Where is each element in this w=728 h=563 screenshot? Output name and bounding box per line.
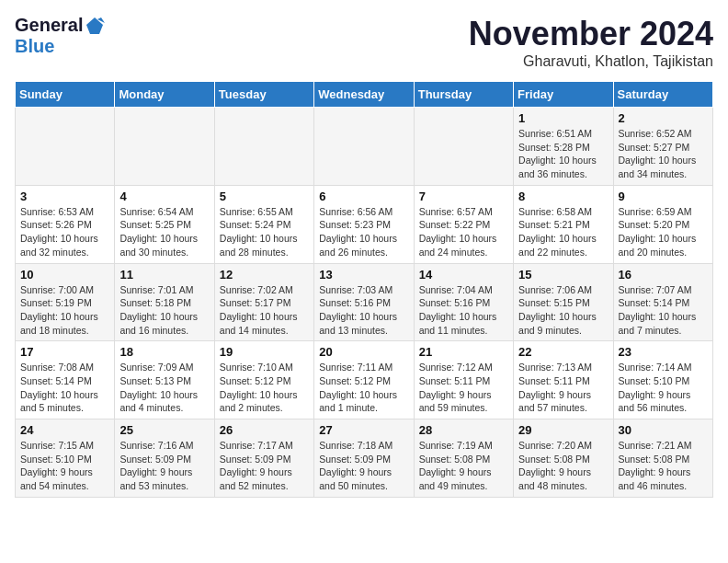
cell-info: Sunrise: 6:58 AMSunset: 5:21 PMDaylight:…: [518, 205, 608, 259]
day-number: 20: [319, 345, 408, 359]
header-day-friday: Friday: [514, 82, 613, 108]
day-number: 27: [319, 423, 408, 437]
day-number: 13: [319, 268, 408, 282]
calendar-cell: 10Sunrise: 7:00 AMSunset: 5:19 PMDayligh…: [16, 263, 115, 341]
calendar-table: SundayMondayTuesdayWednesdayThursdayFrid…: [15, 81, 713, 498]
day-number: 18: [119, 345, 209, 359]
calendar-cell: [414, 108, 513, 186]
calendar-cell: 17Sunrise: 7:08 AMSunset: 5:14 PMDayligh…: [16, 341, 115, 419]
cell-info: Sunrise: 7:19 AMSunset: 5:08 PMDaylight:…: [419, 439, 508, 493]
calendar-header-row: SundayMondayTuesdayWednesdayThursdayFrid…: [16, 82, 713, 108]
cell-info: Sunrise: 7:06 AMSunset: 5:15 PMDaylight:…: [518, 283, 608, 338]
cell-info: Sunrise: 7:01 AMSunset: 5:18 PMDaylight:…: [119, 283, 209, 338]
calendar-cell: 8Sunrise: 6:58 AMSunset: 5:21 PMDaylight…: [514, 185, 613, 263]
calendar-cell: 23Sunrise: 7:14 AMSunset: 5:10 PMDayligh…: [613, 341, 712, 419]
day-number: 28: [419, 423, 508, 437]
location-title: Gharavuti, Khatlon, Tajikistan: [469, 53, 713, 70]
calendar-week-row: 17Sunrise: 7:08 AMSunset: 5:14 PMDayligh…: [16, 341, 713, 419]
day-number: 16: [619, 268, 708, 282]
header: General Blue November 2024 Gharavuti, Kh…: [15, 15, 713, 70]
cell-info: Sunrise: 6:59 AMSunset: 5:20 PMDaylight:…: [619, 205, 708, 259]
day-number: 19: [220, 345, 309, 359]
calendar-cell: 29Sunrise: 7:20 AMSunset: 5:08 PMDayligh…: [514, 419, 613, 498]
calendar-cell: 21Sunrise: 7:12 AMSunset: 5:11 PMDayligh…: [414, 341, 513, 419]
calendar-cell: 6Sunrise: 6:56 AMSunset: 5:23 PMDaylight…: [314, 185, 414, 263]
day-number: 8: [518, 190, 608, 203]
logo-general-text: General: [15, 15, 83, 36]
cell-info: Sunrise: 6:54 AMSunset: 5:25 PMDaylight:…: [119, 205, 209, 259]
cell-info: Sunrise: 7:17 AMSunset: 5:09 PMDaylight:…: [220, 439, 309, 493]
day-number: 7: [419, 190, 508, 203]
calendar-cell: 9Sunrise: 6:59 AMSunset: 5:20 PMDaylight…: [613, 185, 712, 263]
calendar-cell: 28Sunrise: 7:19 AMSunset: 5:08 PMDayligh…: [414, 419, 513, 498]
calendar-cell: 18Sunrise: 7:09 AMSunset: 5:13 PMDayligh…: [115, 341, 214, 419]
cell-info: Sunrise: 7:08 AMSunset: 5:14 PMDaylight:…: [20, 361, 109, 415]
calendar-week-row: 1Sunrise: 6:51 AMSunset: 5:28 PMDaylight…: [16, 108, 713, 186]
cell-info: Sunrise: 7:11 AMSunset: 5:12 PMDaylight:…: [319, 361, 408, 415]
calendar-cell: [115, 108, 214, 186]
calendar-cell: 25Sunrise: 7:16 AMSunset: 5:09 PMDayligh…: [115, 419, 214, 498]
calendar-cell: 11Sunrise: 7:01 AMSunset: 5:18 PMDayligh…: [115, 263, 214, 341]
calendar-cell: 26Sunrise: 7:17 AMSunset: 5:09 PMDayligh…: [214, 419, 313, 498]
cell-info: Sunrise: 7:18 AMSunset: 5:09 PMDaylight:…: [319, 439, 408, 493]
calendar-cell: 19Sunrise: 7:10 AMSunset: 5:12 PMDayligh…: [214, 341, 313, 419]
cell-info: Sunrise: 7:21 AMSunset: 5:08 PMDaylight:…: [619, 439, 708, 493]
calendar-cell: 15Sunrise: 7:06 AMSunset: 5:15 PMDayligh…: [514, 263, 613, 341]
calendar-cell: 27Sunrise: 7:18 AMSunset: 5:09 PMDayligh…: [314, 419, 414, 498]
cell-info: Sunrise: 6:55 AMSunset: 5:24 PMDaylight:…: [220, 205, 309, 259]
calendar-week-row: 3Sunrise: 6:53 AMSunset: 5:26 PMDaylight…: [16, 185, 713, 263]
header-day-tuesday: Tuesday: [214, 82, 313, 108]
cell-info: Sunrise: 6:57 AMSunset: 5:22 PMDaylight:…: [419, 205, 508, 259]
cell-info: Sunrise: 6:52 AMSunset: 5:27 PMDaylight:…: [619, 127, 708, 181]
calendar-cell: [214, 108, 313, 186]
cell-info: Sunrise: 7:04 AMSunset: 5:16 PMDaylight:…: [419, 283, 508, 338]
cell-info: Sunrise: 7:03 AMSunset: 5:16 PMDaylight:…: [319, 283, 408, 338]
calendar-week-row: 10Sunrise: 7:00 AMSunset: 5:19 PMDayligh…: [16, 263, 713, 341]
cell-info: Sunrise: 7:14 AMSunset: 5:10 PMDaylight:…: [619, 361, 708, 415]
calendar-cell: 16Sunrise: 7:07 AMSunset: 5:14 PMDayligh…: [613, 263, 712, 341]
calendar-cell: 3Sunrise: 6:53 AMSunset: 5:26 PMDaylight…: [16, 185, 115, 263]
calendar-cell: 2Sunrise: 6:52 AMSunset: 5:27 PMDaylight…: [613, 108, 712, 186]
calendar-cell: 4Sunrise: 6:54 AMSunset: 5:25 PMDaylight…: [115, 185, 214, 263]
logo-bird-icon: [85, 16, 105, 36]
header-day-wednesday: Wednesday: [314, 82, 414, 108]
calendar-cell: 7Sunrise: 6:57 AMSunset: 5:22 PMDaylight…: [414, 185, 513, 263]
day-number: 17: [20, 345, 109, 359]
cell-info: Sunrise: 6:53 AMSunset: 5:26 PMDaylight:…: [20, 205, 109, 259]
title-area: November 2024 Gharavuti, Khatlon, Tajiki…: [469, 15, 713, 70]
day-number: 21: [419, 345, 508, 359]
logo-blue-text: Blue: [15, 36, 54, 57]
day-number: 25: [119, 423, 209, 437]
day-number: 11: [119, 268, 209, 282]
logo: General Blue: [15, 15, 105, 57]
calendar-cell: 22Sunrise: 7:13 AMSunset: 5:11 PMDayligh…: [514, 341, 613, 419]
cell-info: Sunrise: 7:07 AMSunset: 5:14 PMDaylight:…: [619, 283, 708, 338]
logo-line1: General: [15, 15, 105, 36]
header-day-saturday: Saturday: [613, 82, 712, 108]
day-number: 10: [20, 268, 109, 282]
day-number: 26: [220, 423, 309, 437]
calendar-cell: 24Sunrise: 7:15 AMSunset: 5:10 PMDayligh…: [16, 419, 115, 498]
day-number: 5: [220, 190, 309, 203]
day-number: 9: [619, 190, 708, 203]
cell-info: Sunrise: 7:12 AMSunset: 5:11 PMDaylight:…: [419, 361, 508, 415]
day-number: 6: [319, 190, 408, 203]
day-number: 29: [518, 423, 608, 437]
day-number: 4: [119, 190, 209, 203]
day-number: 1: [518, 111, 608, 125]
cell-info: Sunrise: 7:16 AMSunset: 5:09 PMDaylight:…: [119, 439, 209, 493]
calendar-cell: 1Sunrise: 6:51 AMSunset: 5:28 PMDaylight…: [514, 108, 613, 186]
calendar-cell: 30Sunrise: 7:21 AMSunset: 5:08 PMDayligh…: [613, 419, 712, 498]
day-number: 2: [619, 111, 708, 125]
cell-info: Sunrise: 7:13 AMSunset: 5:11 PMDaylight:…: [518, 361, 608, 415]
cell-info: Sunrise: 7:10 AMSunset: 5:12 PMDaylight:…: [220, 361, 309, 415]
day-number: 22: [518, 345, 608, 359]
calendar-week-row: 24Sunrise: 7:15 AMSunset: 5:10 PMDayligh…: [16, 419, 713, 498]
cell-info: Sunrise: 6:51 AMSunset: 5:28 PMDaylight:…: [518, 127, 608, 181]
header-day-thursday: Thursday: [414, 82, 513, 108]
day-number: 14: [419, 268, 508, 282]
day-number: 23: [619, 345, 708, 359]
day-number: 12: [220, 268, 309, 282]
day-number: 30: [619, 423, 708, 437]
cell-info: Sunrise: 7:02 AMSunset: 5:17 PMDaylight:…: [220, 283, 309, 338]
